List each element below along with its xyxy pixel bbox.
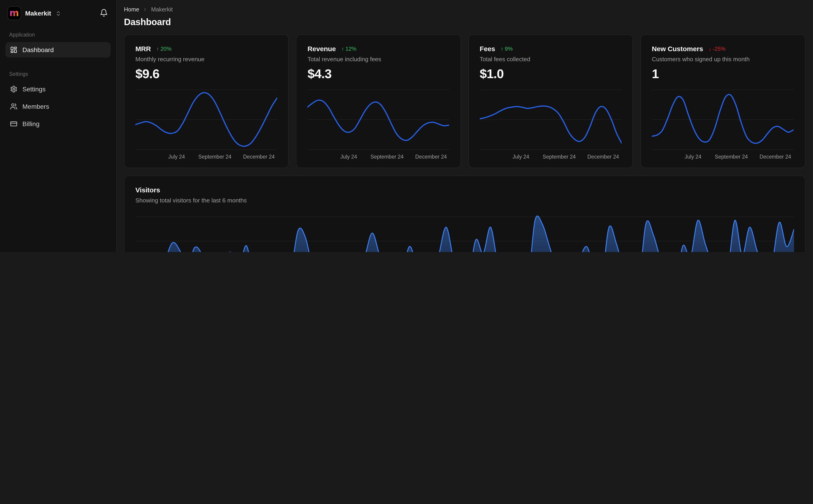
main-content: Home Makerkit Dashboard MRR ↑20% Monthly…: [117, 0, 813, 252]
stat-card-fees: Fees ↑9% Total fees collected $1.0 July …: [468, 34, 633, 168]
sidebar-section-settings: Settings Settings Members Billing: [5, 71, 111, 133]
chevrons-up-down-icon: [55, 10, 61, 16]
x-tick: July 24: [340, 154, 357, 159]
sidebar-item-label: Members: [22, 103, 49, 110]
breadcrumb-home[interactable]: Home: [124, 6, 139, 13]
trend-badge: ↑9%: [501, 45, 513, 52]
arrow-up-icon: ↑: [341, 45, 344, 52]
stat-card-revenue: Revenue ↑12% Total revenue including fee…: [296, 34, 461, 168]
stat-subtitle: Total fees collected: [480, 56, 622, 63]
trend-value: -25%: [713, 45, 725, 52]
layout-dashboard-icon: [10, 46, 17, 53]
stat-card-new-customers: New Customers ↓-25% Customers who signed…: [640, 34, 805, 168]
logo-letter: m: [9, 8, 19, 17]
x-tick: December 24: [587, 154, 619, 159]
makerkit-logo: m: [7, 6, 21, 20]
stat-title: Revenue: [308, 45, 336, 53]
x-tick: December 24: [415, 154, 447, 159]
stat-title: MRR: [135, 45, 151, 53]
sidebar: m Makerkit Application Dashboard: [0, 0, 117, 252]
stat-subtitle: Customers who signed up this month: [652, 56, 794, 63]
sidebar-section-application: Application Dashboard: [5, 32, 111, 59]
dashboard-app: m Makerkit Application Dashboard: [0, 0, 813, 252]
revenue-sparkline-chart[interactable]: [308, 89, 450, 151]
x-tick: September 24: [198, 154, 232, 159]
x-tick: December 24: [760, 154, 791, 159]
stat-value: $1.0: [480, 67, 622, 81]
x-tick: July 24: [168, 154, 185, 159]
trend-badge: ↑12%: [341, 45, 356, 52]
x-tick: July 24: [685, 154, 701, 159]
stat-value: 1: [652, 67, 794, 81]
customers-sparkline-chart[interactable]: [652, 89, 794, 151]
visitors-area-chart[interactable]: [135, 215, 794, 252]
sidebar-header: m Makerkit: [5, 5, 111, 20]
x-axis-ticks: July 24 September 24 December 24: [652, 154, 794, 161]
sidebar-item-label: Settings: [22, 85, 45, 93]
section-label: Application: [5, 32, 111, 37]
users-icon: [10, 103, 17, 110]
sidebar-item-members[interactable]: Members: [5, 99, 111, 114]
section-label: Settings: [5, 71, 111, 77]
sidebar-item-billing[interactable]: Billing: [5, 116, 111, 132]
workspace-name: Makerkit: [25, 10, 51, 17]
trend-badge: ↓-25%: [709, 45, 725, 52]
x-axis-ticks: July 24 September 24 December 24: [308, 154, 450, 161]
arrow-up-icon: ↑: [156, 45, 159, 52]
x-tick: September 24: [543, 154, 576, 159]
stat-subtitle: Total revenue including fees: [308, 56, 450, 63]
mrr-sparkline-chart[interactable]: [135, 89, 278, 151]
x-tick: September 24: [715, 154, 748, 159]
fees-sparkline-chart[interactable]: [480, 89, 622, 151]
trend-value: 20%: [160, 45, 171, 52]
stat-subtitle: Monthly recurring revenue: [135, 56, 278, 63]
credit-card-icon: [10, 120, 17, 127]
sidebar-item-settings[interactable]: Settings: [5, 81, 111, 97]
trend-value: 12%: [345, 45, 356, 52]
stat-card-mrr: MRR ↑20% Monthly recurring revenue $9.6 …: [124, 34, 289, 168]
x-tick: December 24: [243, 154, 275, 159]
stat-value: $4.3: [308, 67, 450, 81]
sidebar-item-label: Dashboard: [22, 46, 54, 53]
trend-badge: ↑20%: [156, 45, 171, 52]
visitors-subtitle: Showing total visitors for the last 6 mo…: [135, 197, 794, 204]
arrow-up-icon: ↑: [501, 45, 503, 52]
x-axis-ticks: July 24 September 24 December 24: [135, 154, 278, 161]
breadcrumb: Home Makerkit: [124, 6, 805, 13]
arrow-down-icon: ↓: [709, 45, 711, 52]
notifications-button[interactable]: [98, 7, 110, 20]
page-title: Dashboard: [124, 17, 805, 27]
gear-icon: [10, 85, 17, 93]
x-axis-ticks: July 24 September 24 December 24: [480, 154, 622, 161]
sidebar-item-label: Billing: [22, 120, 40, 127]
x-tick: September 24: [371, 154, 404, 159]
stat-title: Fees: [480, 45, 495, 53]
x-tick: July 24: [512, 154, 529, 159]
breadcrumb-current: Makerkit: [151, 6, 173, 13]
stat-title: New Customers: [652, 45, 703, 53]
workspace-switcher[interactable]: m Makerkit: [7, 6, 61, 20]
visitors-title: Visitors: [135, 186, 794, 194]
chevron-right-icon: [142, 7, 148, 12]
sidebar-item-dashboard[interactable]: Dashboard: [5, 42, 111, 58]
stat-cards-row: MRR ↑20% Monthly recurring revenue $9.6 …: [124, 34, 805, 168]
stat-value: $9.6: [135, 67, 278, 81]
visitors-card: Visitors Showing total visitors for the …: [124, 175, 805, 252]
bell-icon: [100, 8, 108, 17]
trend-value: 9%: [505, 45, 513, 52]
